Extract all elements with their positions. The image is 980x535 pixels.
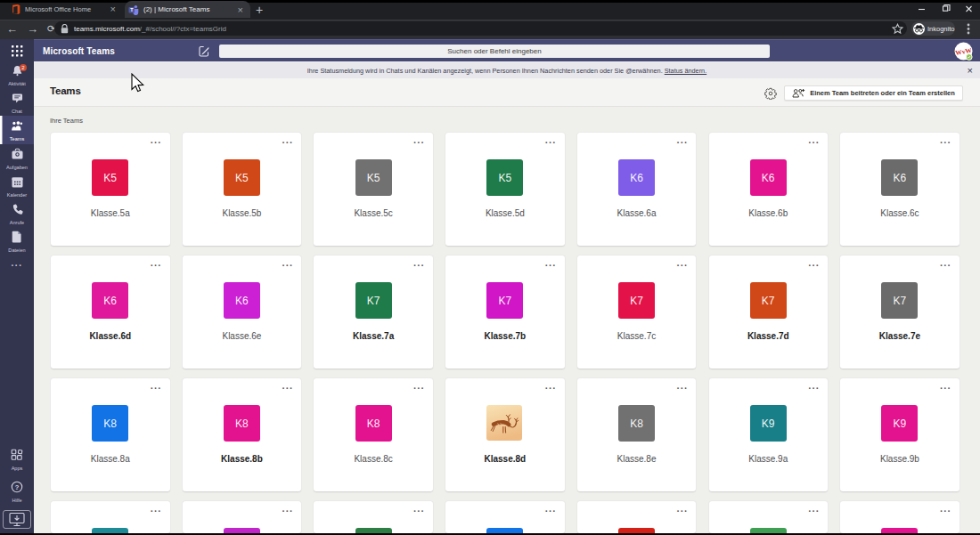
svg-text:?: ? (15, 483, 20, 491)
